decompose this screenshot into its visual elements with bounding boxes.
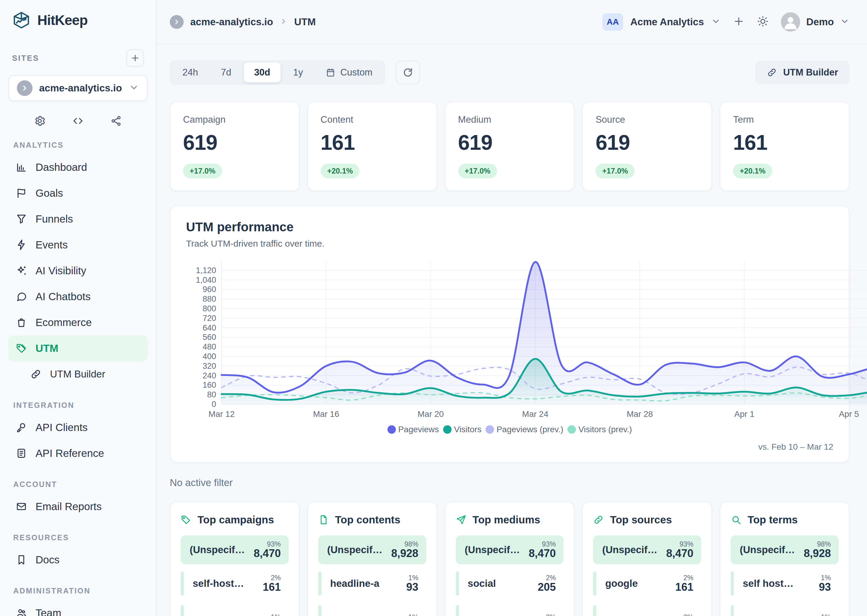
legend-item-pageviews[interactable]: Pageviews [388,425,439,434]
range-1y-button[interactable]: 1y [283,63,314,82]
gear-icon[interactable] [34,115,46,127]
table-row[interactable]: (Unspecified) 93%8,470 [181,535,289,564]
comparison-period-note: vs. Feb 10 – Mar 12 [186,442,833,452]
refresh-icon [402,67,413,78]
nav-section-administration: ADMINISTRATION Team [8,586,148,616]
stat-value: 161 [733,130,836,155]
stat-delta-badge: +20.1% [321,163,360,178]
sidebar-item-ai-visibility[interactable]: AI Visibility [8,258,148,284]
sidebar-item-label: AI Chatbots [36,291,91,303]
bookmark-icon [16,554,27,566]
nav-section-account: ACCOUNT Email Reports [8,480,148,519]
breadcrumb-site[interactable]: acme-analytics.io [190,16,273,28]
legend-label: Visitors (prev.) [578,425,632,434]
sidebar-item-email-reports[interactable]: Email Reports [8,493,148,519]
range-custom-button[interactable]: Custom [315,63,383,82]
svg-text:240: 240 [203,371,216,380]
table-row[interactable]: self-hosted-… 2%161 [181,569,289,598]
utm-builder-button[interactable]: UTM Builder [755,61,850,84]
table-row[interactable]: (Unspecified) 93%8,470 [456,535,564,564]
stat-value: 161 [321,130,424,155]
tag-icon [16,343,27,354]
lightning-icon [16,239,27,251]
add-site-button[interactable] [126,49,144,67]
svg-text:400: 400 [203,352,216,361]
svg-text:80: 80 [207,390,216,399]
add-button[interactable] [733,15,745,28]
sidebar-item-docs[interactable]: Docs [8,547,148,573]
share-icon[interactable] [110,115,122,127]
sidebar-item-goals[interactable]: Goals [8,180,148,206]
table-row[interactable]: 1% [318,603,426,616]
svg-text:800: 800 [203,304,216,313]
top-card-title: Top sources [610,514,672,526]
legend-item-pageviews-prev[interactable]: Pageviews (prev.) [486,425,563,434]
table-row[interactable]: (Unspecified) 98%8,928 [318,535,426,564]
range-24h-button[interactable]: 24h [172,63,208,82]
svg-text:720: 720 [203,314,216,323]
sidebar-item-ai-chatbots[interactable]: AI Chatbots [8,284,148,310]
top-card-title: Top terms [747,514,798,526]
page-content: 24h 7d 30d 1y Custom UTM [156,44,867,616]
table-row[interactable]: (Unspecified) 98%8,928 [731,535,839,564]
sidebar-item-ecommerce[interactable]: Ecommerce [8,310,148,335]
section-label: ACCOUNT [13,480,148,489]
refresh-button[interactable] [396,60,420,85]
site-selector[interactable]: acme-analytics.io [8,75,148,101]
range-30d-button[interactable]: 30d [244,63,280,82]
range-7d-button[interactable]: 7d [211,63,241,82]
plus-icon [130,53,140,63]
sidebar-item-label: UTM [36,342,58,354]
nav-section-integration: INTEGRATION API Clients API Reference [8,401,148,466]
stat-label: Campaign [183,114,286,125]
sidebar-item-funnels[interactable]: Funnels [8,206,148,232]
legend-item-visitors-prev[interactable]: Visitors (prev.) [567,425,632,434]
table-row[interactable]: self hosted … 1%93 [731,569,839,598]
sidebar-item-utm-builder[interactable]: UTM Builder [8,361,148,387]
chevron-down-icon [711,17,721,27]
table-row[interactable]: 1% [731,603,839,616]
brand-name: HitKeep [37,12,88,28]
stat-label: Term [733,114,836,125]
svg-text:640: 640 [203,323,216,332]
top-card-title: Top mediums [473,514,541,526]
sidebar-item-label: API Reference [36,447,104,459]
stat-value: 619 [458,130,561,155]
sidebar-item-label: Events [36,239,68,251]
table-row[interactable]: google 2%161 [593,569,701,598]
key-icon [16,422,27,433]
stat-label: Source [596,114,699,125]
utm-performance-chart[interactable]: 0801602403204004805606407208008809601,04… [186,256,833,422]
top-mediums-card: Top mediums (Unspecified) 93%8,470 socia… [445,502,575,616]
user-name: Demo [806,16,834,28]
table-row[interactable]: 2% [593,603,701,616]
top-contents-card: Top contents (Unspecified) 98%8,928 head… [307,502,437,616]
shopping-bag-icon [16,317,27,328]
top-breakdown-cards: Top campaigns (Unspecified) 93%8,470 sel… [170,502,850,616]
org-name: Acme Analytics [631,16,704,28]
code-icon[interactable] [72,115,84,127]
sidebar-item-events[interactable]: Events [8,232,148,258]
user-menu[interactable]: Demo [781,13,850,31]
sidebar-item-dashboard[interactable]: Dashboard [8,154,148,180]
table-row[interactable]: social 2%205 [456,569,564,598]
theme-toggle-sun-icon[interactable] [757,15,769,28]
chart-title: UTM performance [186,220,833,234]
sidebar-item-api-reference[interactable]: API Reference [8,440,148,466]
table-row[interactable]: 2% [456,603,564,616]
sidebar-item-team[interactable]: Team [8,600,148,616]
table-row[interactable]: 1% [181,603,289,616]
table-row[interactable]: headline-a 1%93 [318,569,426,598]
legend-item-visitors[interactable]: Visitors [443,425,481,434]
table-row[interactable]: (Unspecified) 93%8,470 [593,535,701,564]
sidebar-item-utm[interactable]: UTM [8,335,148,361]
legend-dot-visitors [443,425,452,434]
mail-icon [16,501,27,512]
funnel-icon [16,213,27,225]
legend-dot-pageviews [388,425,396,434]
svg-text:Mar 20: Mar 20 [418,409,444,419]
sites-section-label: SITES [12,53,39,63]
sidebar-item-api-clients[interactable]: API Clients [8,415,148,440]
org-switcher[interactable]: AA Acme Analytics [602,13,721,31]
bar-chart-icon [16,162,27,173]
